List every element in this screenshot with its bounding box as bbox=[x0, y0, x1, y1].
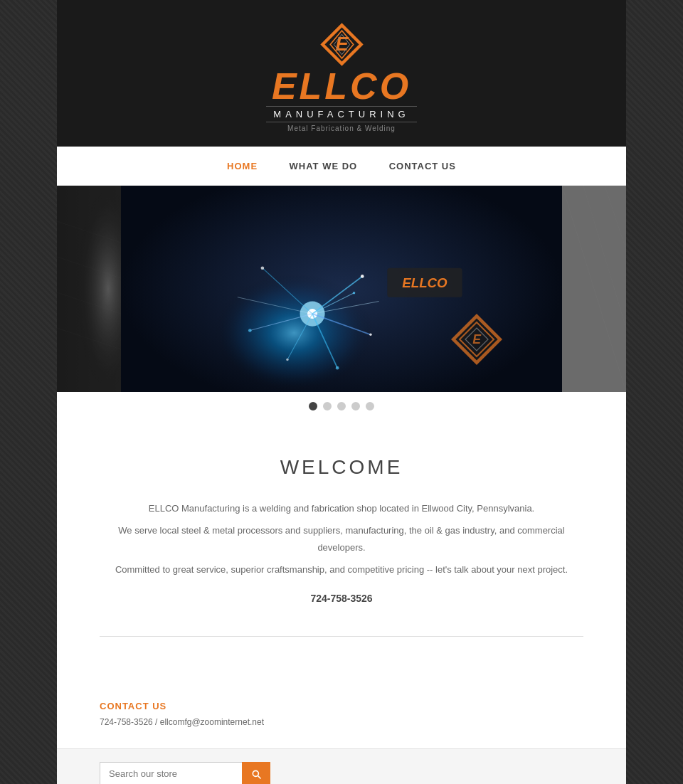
logo-text: ELLCO MANUFACTURING Metal Fabrication & … bbox=[266, 68, 416, 132]
logo-tagline: Metal Fabrication & Welding bbox=[287, 125, 396, 132]
footer-contact-title: CONTACT US bbox=[100, 701, 583, 711]
logo-subtitle: MANUFACTURING bbox=[266, 106, 416, 122]
svg-text:ELLCO: ELLCO bbox=[402, 275, 448, 290]
outer-background: E ELLCO MANUFACTURING Metal Fabrication … bbox=[0, 0, 683, 784]
welcome-line-2: We serve local steel & metal processors … bbox=[110, 522, 573, 556]
slide-dot-4[interactable] bbox=[351, 402, 360, 410]
svg-point-25 bbox=[369, 334, 372, 337]
logo-diamond-icon: E bbox=[319, 21, 365, 68]
nav-item-contact-us[interactable]: CONTACT US bbox=[389, 161, 456, 171]
search-input[interactable] bbox=[100, 762, 242, 784]
slide-dot-2[interactable] bbox=[323, 402, 332, 410]
slide-side-right bbox=[562, 186, 626, 392]
footer-contact: CONTACT US 724-758-3526 / ellcomfg@zoomi… bbox=[57, 687, 626, 748]
svg-point-28 bbox=[336, 366, 339, 370]
nav-item-home[interactable]: HOME bbox=[227, 161, 258, 171]
search-icon bbox=[250, 768, 262, 780]
slide-dot-3[interactable] bbox=[337, 402, 346, 410]
logo-brand-name: ELLCO bbox=[272, 68, 411, 105]
content-area: WELCOME ELLCO Manufacturing is a welding… bbox=[57, 420, 626, 687]
slide-side-left bbox=[57, 186, 121, 392]
header: E ELLCO MANUFACTURING Metal Fabrication … bbox=[57, 0, 626, 147]
svg-point-27 bbox=[286, 359, 289, 361]
search-button[interactable] bbox=[242, 762, 270, 784]
welcome-text: ELLCO Manufacturing is a welding and fab… bbox=[110, 500, 573, 608]
welcome-phone: 724-758-3526 bbox=[110, 590, 573, 608]
svg-text:E: E bbox=[472, 332, 482, 346]
slideshow-wrapper: ELLCO E bbox=[57, 186, 626, 420]
svg-point-22 bbox=[361, 275, 364, 278]
search-form bbox=[100, 762, 277, 784]
content-divider bbox=[100, 636, 583, 637]
main-container: E ELLCO MANUFACTURING Metal Fabrication … bbox=[57, 0, 626, 784]
slide-dot-5[interactable] bbox=[366, 402, 374, 410]
nav-item-what-we-do[interactable]: WHAT WE DO bbox=[290, 161, 358, 171]
welcome-title: WELCOME bbox=[100, 456, 583, 479]
svg-point-23 bbox=[353, 292, 356, 295]
slide-dot-indicators bbox=[57, 392, 626, 420]
welcome-line-1: ELLCO Manufacturing is a welding and fab… bbox=[110, 500, 573, 517]
slide-dot-1[interactable] bbox=[309, 402, 317, 410]
svg-point-26 bbox=[248, 329, 252, 332]
slide-logo-overlay: E bbox=[448, 311, 505, 371]
welcome-line-3: Committed to great service, superior cra… bbox=[110, 561, 573, 578]
slide-main: ELLCO E bbox=[121, 186, 562, 392]
footer-contact-info: 724-758-3526 / ellcomfg@zoominternet.net bbox=[100, 717, 583, 727]
search-footer bbox=[57, 748, 626, 784]
main-nav: HOME WHAT WE DO CONTACT US bbox=[57, 147, 626, 186]
svg-rect-10 bbox=[57, 186, 121, 392]
svg-point-24 bbox=[261, 266, 265, 270]
logo-container: E ELLCO MANUFACTURING Metal Fabrication … bbox=[71, 21, 612, 132]
slideshow: ELLCO E bbox=[57, 186, 626, 392]
